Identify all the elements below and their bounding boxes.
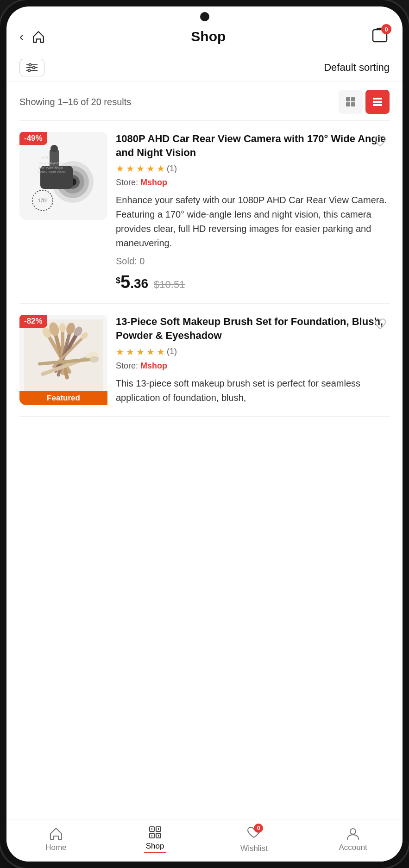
nav-wishlist-badge: 0 [254, 824, 263, 833]
wishlist-button-2[interactable] [371, 315, 390, 333]
product-image-1[interactable]: 170° AHD Rear View Camera 170° Wide-Angl… [19, 132, 107, 220]
product-image-2[interactable] [19, 315, 107, 403]
phone-screen: ‹ Shop 0 [6, 6, 403, 862]
wishlist-button-1[interactable] [371, 132, 390, 150]
product-description-2: This 13-piece soft makeup brush set is p… [116, 376, 390, 405]
svg-rect-50 [158, 828, 159, 830]
svg-point-21 [50, 145, 58, 152]
nav-shop-label: Shop [146, 842, 164, 851]
product-info-2: 13-Piece Soft Makeup Brush Set for Found… [116, 315, 390, 405]
svg-rect-9 [346, 102, 350, 106]
svg-rect-11 [373, 98, 382, 100]
home-icon[interactable] [30, 28, 47, 45]
product-item-1: 170° AHD Rear View Camera 170° Wide-Angl… [19, 121, 390, 304]
camera-notch [200, 12, 209, 21]
product-title-1[interactable]: 1080P AHD Car Rear View Camera with 170°… [116, 132, 390, 159]
svg-rect-13 [373, 104, 382, 106]
nav-shop[interactable]: Shop [137, 825, 174, 853]
svg-text:170° Wide-Angle: 170° Wide-Angle [38, 166, 63, 170]
product-title-2[interactable]: 13-Piece Soft Makeup Brush Set for Found… [116, 315, 390, 342]
svg-point-6 [28, 69, 31, 72]
svg-point-5 [33, 67, 35, 69]
svg-point-4 [29, 64, 31, 66]
star2-5-half: ★ [157, 346, 165, 357]
svg-rect-7 [346, 97, 350, 101]
filter-button[interactable] [19, 59, 44, 76]
star-1: ★ [116, 163, 124, 174]
star-3: ★ [136, 163, 145, 174]
star-2: ★ [126, 163, 134, 174]
star-5-half: ★ [157, 163, 165, 174]
product-image-wrap-1: 170° AHD Rear View Camera 170° Wide-Angl… [19, 132, 107, 292]
star2-1: ★ [116, 346, 124, 357]
nav-account-icon [346, 826, 360, 841]
product-list: 170° AHD Rear View Camera 170° Wide-Angl… [6, 121, 403, 819]
product-description-1: Enhance your safety with our 1080P AHD C… [116, 193, 390, 250]
phone-frame: ‹ Shop 0 [0, 0, 409, 868]
sorting-label: Default sorting [324, 62, 390, 74]
nav-wishlist-wrap: 0 [246, 825, 261, 842]
nav-home[interactable]: Home [38, 826, 75, 852]
product-image-wrap-2: -82% Featured [19, 315, 107, 405]
app-header: ‹ Shop 0 [6, 21, 403, 54]
grid-view-button[interactable] [339, 90, 363, 114]
svg-text:Lens • Night Vision: Lens • Night Vision [38, 170, 66, 174]
nav-account[interactable]: Account [334, 826, 371, 852]
product-stars-1: ★ ★ ★ ★ ★ (1) [116, 163, 390, 174]
list-view-button[interactable] [365, 90, 390, 114]
review-count-2: (1) [167, 347, 177, 356]
product-store-1: Store: Mshop [116, 178, 390, 187]
filter-icon [26, 63, 38, 72]
sold-info-1: Sold: 0 [116, 256, 390, 267]
nav-home-label: Home [45, 843, 66, 852]
svg-rect-8 [351, 97, 355, 101]
svg-point-34 [59, 323, 66, 332]
nav-wishlist-label: Wishlist [240, 844, 268, 853]
store-name-1[interactable]: Mshop [140, 178, 167, 187]
filter-bar: Default sorting [6, 54, 403, 81]
camera-illustration: 170° AHD Rear View Camera 170° Wide-Angl… [26, 140, 101, 212]
discount-badge-1: -49% [19, 132, 47, 145]
svg-rect-52 [158, 835, 159, 837]
product-item-2: -82% Featured 13-Piece Soft Makeup Brush… [19, 304, 390, 416]
star2-2: ★ [126, 346, 134, 357]
nav-home-icon [49, 826, 63, 841]
list-icon [372, 96, 383, 107]
grid-icon [345, 96, 356, 107]
svg-rect-12 [373, 101, 382, 103]
brushes-illustration [24, 319, 103, 398]
star-4: ★ [146, 163, 155, 174]
price-original-1: $10.51 [154, 279, 185, 291]
nav-account-label: Account [339, 843, 367, 852]
back-button[interactable]: ‹ [19, 30, 24, 44]
heart-icon-1 [374, 135, 387, 148]
svg-rect-49 [151, 828, 152, 830]
header-left: ‹ [19, 28, 47, 45]
product-info-1: 1080P AHD Car Rear View Camera with 170°… [116, 132, 390, 292]
discount-badge-2: -82% [19, 315, 47, 328]
featured-badge-2: Featured [19, 391, 107, 405]
price-row-1: $5.36 $10.51 [116, 272, 390, 292]
review-count-1: (1) [167, 164, 177, 174]
svg-text:Rear View Camera: Rear View Camera [38, 161, 70, 165]
product-stars-2: ★ ★ ★ ★ ★ (1) [116, 346, 390, 357]
bottom-nav: Home Shop [6, 819, 403, 862]
star2-3: ★ [136, 346, 145, 357]
heart-icon-2 [374, 318, 387, 331]
cart-badge: 0 [381, 24, 391, 34]
results-bar: Showing 1–16 of 20 results [6, 81, 403, 120]
svg-point-53 [350, 829, 356, 834]
product-store-2: Store: Mshop [116, 361, 390, 371]
nav-wishlist[interactable]: 0 Wishlist [235, 825, 272, 853]
results-count: Showing 1–16 of 20 results [19, 97, 131, 107]
shop-active-underline [144, 852, 166, 853]
price-current-1: $5.36 [116, 272, 148, 292]
nav-shop-icon [148, 825, 163, 840]
star2-4: ★ [146, 346, 155, 357]
page-title: Shop [47, 29, 370, 44]
store-name-2[interactable]: Mshop [140, 361, 167, 370]
svg-rect-51 [151, 835, 152, 837]
cart-button[interactable]: 0 [370, 26, 390, 47]
svg-rect-10 [351, 102, 355, 106]
view-toggle [339, 90, 390, 114]
